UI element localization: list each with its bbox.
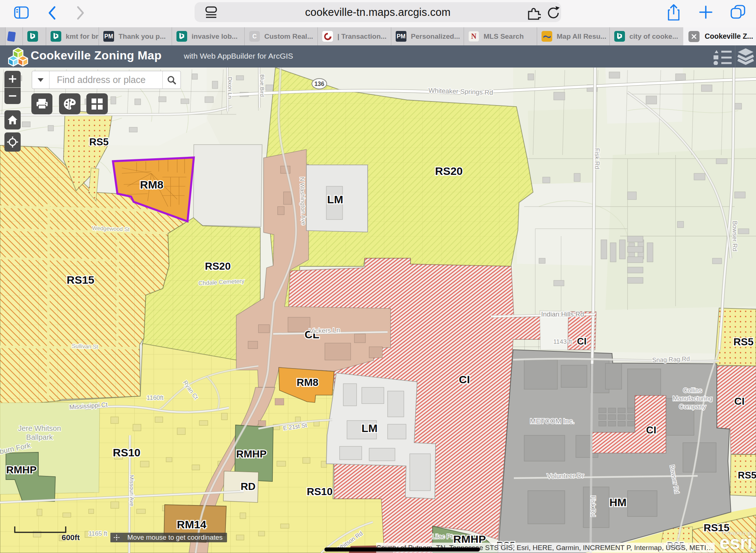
svg-text:Fisk Rd: Fisk Rd	[590, 495, 597, 517]
svg-text:136: 136	[315, 81, 324, 87]
svg-text:1160ft: 1160ft	[147, 394, 164, 401]
svg-text:RD: RD	[241, 481, 255, 492]
svg-text:RMHP: RMHP	[6, 464, 37, 476]
svg-text:METCOM Inc.: METCOM Inc.	[530, 417, 574, 425]
svg-text:Fisk Rd: Fisk Rd	[594, 148, 601, 169]
svg-text:Vickers Ln: Vickers Ln	[309, 326, 340, 335]
svg-text:Missouri Ave: Missouri Ave	[129, 475, 135, 507]
svg-text:CI: CI	[577, 336, 587, 347]
svg-text:LM: LM	[361, 422, 377, 434]
svg-text:RS15: RS15	[66, 274, 94, 286]
svg-text:Jere Whitson: Jere Whitson	[18, 424, 61, 432]
svg-text:CI: CI	[459, 373, 470, 386]
svg-text:RS5: RS5	[738, 470, 756, 481]
svg-text:RS20: RS20	[205, 260, 231, 272]
svg-text:CI: CI	[646, 424, 656, 436]
svg-text:RS10: RS10	[113, 446, 140, 459]
svg-text:Volunteer Dr: Volunteer Dr	[547, 472, 584, 480]
svg-text:RM8: RM8	[140, 179, 163, 191]
svg-text:RS20: RS20	[435, 165, 463, 177]
svg-text:RS10: RS10	[307, 486, 333, 497]
svg-text:Lilac Pt: Lilac Pt	[432, 533, 453, 540]
svg-text:Sullivan St: Sullivan St	[72, 343, 98, 350]
svg-text:RM14: RM14	[177, 518, 206, 530]
svg-text:Blue Bird: Blue Bird	[259, 75, 265, 97]
svg-text:Company: Company	[679, 403, 706, 410]
svg-text:CI: CI	[734, 395, 745, 407]
svg-text:Snag Rag Rd: Snag Rag Rd	[652, 355, 690, 364]
svg-text:Bowser Rd: Bowser Rd	[731, 221, 738, 251]
svg-text:1143 ft: 1143 ft	[553, 338, 572, 345]
svg-text:Indian Hills Rd: Indian Hills Rd	[541, 311, 584, 318]
svg-text:RM8: RM8	[296, 377, 318, 388]
svg-text:Wedgewood St: Wedgewood St	[92, 225, 130, 232]
svg-text:RS5: RS5	[733, 336, 753, 348]
svg-text:HM: HM	[609, 496, 627, 508]
svg-text:Ballpark: Ballpark	[26, 433, 53, 441]
svg-text:LM: LM	[327, 193, 343, 205]
svg-text:RS5: RS5	[89, 136, 109, 148]
svg-text:Manufacturing: Manufacturing	[673, 395, 712, 402]
svg-text:Collins: Collins	[683, 387, 702, 394]
svg-text:RMHP: RMHP	[236, 448, 267, 460]
svg-text:Dixon Ln: Dixon Ln	[227, 77, 233, 98]
svg-text:1165 ft: 1165 ft	[89, 530, 107, 537]
